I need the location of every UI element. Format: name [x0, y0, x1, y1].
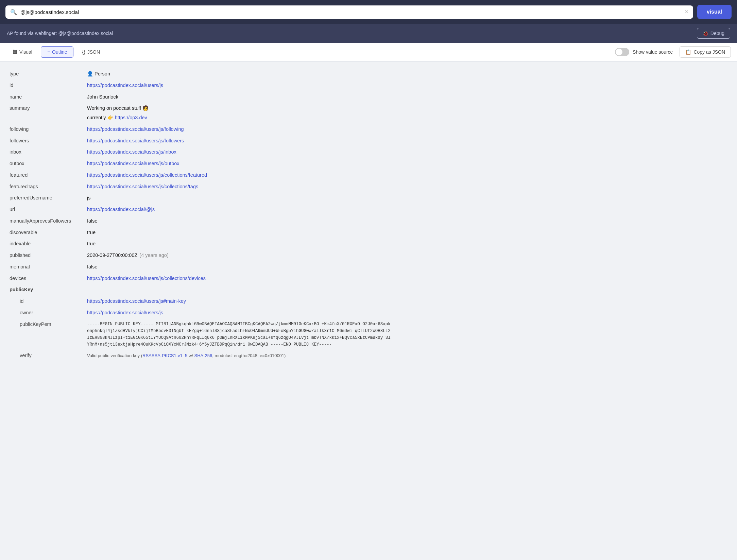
search-input[interactable]	[20, 9, 681, 15]
tab-json[interactable]: {} JSON	[75, 46, 106, 58]
row-value: John Spurlock	[84, 91, 727, 103]
table-row: idhttps://podcastindex.social/users/js#m…	[10, 296, 727, 307]
row-key: id	[10, 296, 84, 307]
sha256-link[interactable]: SHA-256	[194, 353, 212, 358]
value-link[interactable]: https://podcastindex.social/users/js#mai…	[87, 298, 186, 304]
row-key: memorial	[10, 261, 84, 273]
row-key: publicKeyPem	[10, 319, 84, 350]
table-row: published2020-09-27T00:00:00Z(4 years ag…	[10, 250, 727, 261]
row-value: https://podcastindex.social/users/js/col…	[84, 181, 727, 193]
row-value: https://podcastindex.social/users/js/col…	[84, 273, 727, 284]
debug-button[interactable]: 🐞 Debug	[697, 28, 730, 39]
row-value: https://podcastindex.social/users/js/fol…	[84, 135, 727, 147]
tab-outline-label: Outline	[52, 49, 67, 55]
value-link[interactable]: https://podcastindex.social/users/js/out…	[87, 161, 179, 166]
row-key: publicKey	[10, 284, 84, 296]
clear-button[interactable]: ×	[685, 9, 688, 15]
row-key: type	[10, 68, 84, 80]
table-row: followinghttps://podcastindex.social/use…	[10, 124, 727, 135]
row-value: false	[84, 261, 727, 273]
row-key: verify	[10, 350, 84, 362]
rsassa-link[interactable]: RSASSA-PKCS1-v1_5	[142, 353, 187, 358]
row-value: true	[84, 238, 727, 250]
tab-outline[interactable]: ≡ Outline	[41, 46, 74, 58]
person-icon: 👤	[87, 71, 93, 76]
search-bar: 🔍 × visual	[0, 0, 737, 24]
table-row: publicKey	[10, 284, 727, 296]
row-key: devices	[10, 273, 84, 284]
row-key: id	[10, 80, 84, 91]
value-link[interactable]: https://podcastindex.social/users/js/inb…	[87, 149, 176, 155]
table-row: inboxhttps://podcastindex.social/users/j…	[10, 146, 727, 158]
tab-visual[interactable]: 🖼 Visual	[6, 46, 39, 58]
debug-label: Debug	[710, 31, 724, 36]
search-input-wrap: 🔍 ×	[5, 5, 693, 19]
value-link[interactable]: https://podcastindex.social/users/js/fol…	[87, 126, 184, 132]
table-row: deviceshttps://podcastindex.social/users…	[10, 273, 727, 284]
table-row: idhttps://podcastindex.social/users/js	[10, 80, 727, 91]
row-key: owner	[10, 307, 84, 319]
row-value: 👤Person	[84, 68, 727, 80]
search-icon: 🔍	[10, 9, 17, 15]
row-key: name	[10, 91, 84, 103]
table-row: featuredhttps://podcastindex.social/user…	[10, 170, 727, 181]
copy-json-button[interactable]: 📋 Copy as JSON	[680, 46, 731, 58]
json-icon: {}	[82, 49, 85, 55]
copy-json-label: Copy as JSON	[693, 49, 725, 55]
value-link[interactable]: https://podcastindex.social/users/js/col…	[87, 172, 207, 178]
debug-icon: 🐞	[703, 31, 708, 36]
table-row: publicKeyPem-----BEGIN PUBLIC KEY----- M…	[10, 319, 727, 350]
row-key: featured	[10, 170, 84, 181]
value-link[interactable]: https://podcastindex.social/users/js/col…	[87, 184, 198, 189]
tab-group: 🖼 Visual ≡ Outline {} JSON	[6, 46, 106, 58]
table-row: type👤Person	[10, 68, 727, 80]
row-key: following	[10, 124, 84, 135]
table-row: memorialfalse	[10, 261, 727, 273]
status-text: AP found via webfinger: @js@podcastindex…	[7, 31, 113, 36]
value-link[interactable]: https://op3.dev	[115, 115, 147, 120]
row-key: indexable	[10, 238, 84, 250]
value-link[interactable]: https://podcastindex.social/users/js/col…	[87, 276, 206, 281]
row-value: 2020-09-27T00:00:00Z(4 years ago)	[84, 250, 727, 261]
row-value: Valid public verification key (RSASSA-PK…	[84, 350, 727, 362]
table-row: ownerhttps://podcastindex.social/users/j…	[10, 307, 727, 319]
row-key: discoverable	[10, 227, 84, 239]
row-value: https://podcastindex.social/users/js	[84, 307, 727, 319]
row-value: https://podcastindex.social/users/js#mai…	[84, 296, 727, 307]
row-value: https://podcastindex.social/users/js/fol…	[84, 124, 727, 135]
table-row: verifyValid public verification key (RSA…	[10, 350, 727, 362]
row-value: Working on podcast stuff 🧑currently 👉 ht…	[84, 103, 727, 124]
table-row: discoverabletrue	[10, 227, 727, 239]
tab-visual-label: Visual	[19, 49, 32, 55]
value-link[interactable]: https://podcastindex.social/users/js	[87, 310, 163, 315]
table-row: featuredTagshttps://podcastindex.social/…	[10, 181, 727, 193]
row-value: -----BEGIN PUBLIC KEY----- MIIBIjANBgkqh…	[84, 319, 727, 350]
value-link[interactable]: https://podcastindex.social/users/js/fol…	[87, 138, 184, 143]
value-link[interactable]: https://podcastindex.social/users/js	[87, 83, 163, 88]
row-value: js	[84, 192, 727, 204]
visual-icon: 🖼	[13, 49, 17, 55]
row-key: published	[10, 250, 84, 261]
row-key: summary	[10, 103, 84, 124]
row-key: preferredUsername	[10, 192, 84, 204]
row-value: https://podcastindex.social/users/js/col…	[84, 170, 727, 181]
tab-json-label: JSON	[87, 49, 100, 55]
row-key: featuredTags	[10, 181, 84, 193]
row-value: https://podcastindex.social/users/js	[84, 80, 727, 91]
show-value-source-label: Show value source	[633, 49, 673, 55]
copy-icon: 📋	[685, 49, 691, 55]
go-button[interactable]: visual	[697, 5, 732, 19]
value-link[interactable]: https://podcastindex.social/@js	[87, 207, 155, 212]
show-value-source-toggle[interactable]	[615, 48, 629, 56]
status-bar: AP found via webfinger: @js@podcastindex…	[0, 24, 737, 43]
table-row: urlhttps://podcastindex.social/@js	[10, 204, 727, 215]
row-value	[84, 284, 727, 296]
row-value: https://podcastindex.social/users/js/out…	[84, 158, 727, 170]
table-row: manuallyApprovesFollowersfalse	[10, 215, 727, 227]
row-value: https://podcastindex.social/@js	[84, 204, 727, 215]
outline-table: type👤Personidhttps://podcastindex.social…	[10, 68, 727, 361]
main-content: type👤Personidhttps://podcastindex.social…	[0, 62, 737, 560]
table-row: followershttps://podcastindex.social/use…	[10, 135, 727, 147]
row-key: followers	[10, 135, 84, 147]
row-value: https://podcastindex.social/users/js/inb…	[84, 146, 727, 158]
